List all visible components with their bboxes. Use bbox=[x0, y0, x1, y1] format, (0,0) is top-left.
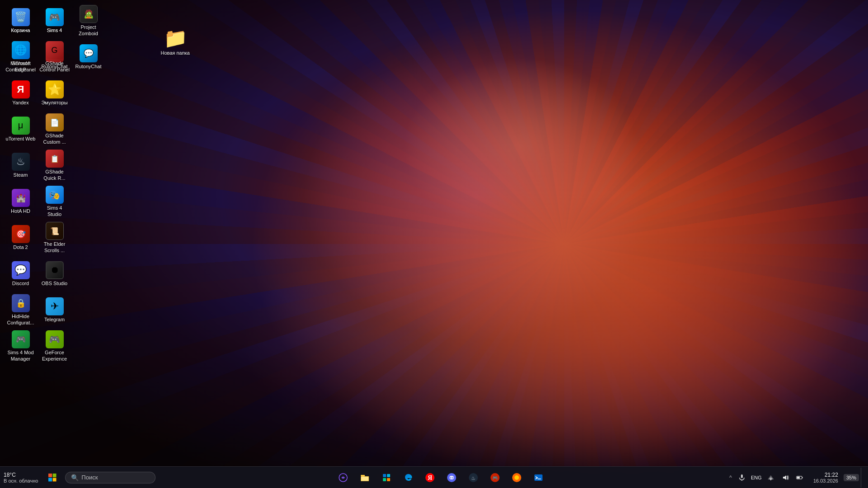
taskbar-app-red[interactable]: 🎮 bbox=[485, 468, 505, 488]
icon-hota[interactable]: 🏰 HotA HD bbox=[4, 184, 38, 219]
svg-rect-5 bbox=[361, 475, 365, 476]
icon-recycle[interactable]: 🗑️ Корзина bbox=[4, 4, 38, 38]
tray-battery[interactable] bbox=[793, 471, 806, 484]
icon-edge[interactable]: 🌐 Microsoft Edge bbox=[4, 40, 38, 74]
icon-obs[interactable]: ⏺ OBS Studio bbox=[38, 257, 71, 291]
taskbar-app-browser[interactable] bbox=[507, 468, 527, 488]
svg-rect-10 bbox=[383, 478, 386, 481]
start-button[interactable] bbox=[42, 467, 63, 488]
recycle-bin-icon: 🗑️ bbox=[12, 8, 30, 26]
store-icon bbox=[382, 473, 392, 483]
emulators-label: Эмуляторы bbox=[41, 100, 67, 106]
weather-desc: В осн. облачно bbox=[4, 478, 38, 483]
taskbar-app-explorer[interactable] bbox=[355, 468, 375, 488]
hidhide-icon: 🔒 bbox=[12, 294, 30, 312]
taskbar-right: ^ ENG bbox=[724, 468, 868, 488]
zomboid-icon: 🧟 bbox=[80, 5, 98, 23]
taskbar-app-terminal[interactable] bbox=[528, 468, 548, 488]
svg-rect-11 bbox=[387, 478, 390, 481]
icon-dota2[interactable]: 🎯 Dota 2 bbox=[4, 221, 38, 255]
taskbar-search-bar[interactable]: 🔍 Поиск bbox=[65, 472, 156, 483]
steam-app-icon: ♨ bbox=[12, 153, 30, 171]
taskbar-app-edge[interactable] bbox=[398, 468, 418, 488]
desktop: 🗑️ Корзина 🎮 Sims 4 🌐 GShade Control Pan… bbox=[0, 0, 868, 466]
icon-yandex[interactable]: Я Yandex bbox=[4, 76, 38, 110]
language-text: ENG bbox=[751, 475, 762, 480]
svg-text:🎮: 🎮 bbox=[492, 475, 498, 481]
battery-icon bbox=[796, 474, 803, 481]
svg-rect-23 bbox=[534, 474, 542, 481]
desktop-folder[interactable]: 📁 Новая папка bbox=[158, 27, 192, 56]
svg-rect-25 bbox=[741, 474, 743, 478]
yandex-taskbar-icon: Я bbox=[425, 473, 435, 483]
weather-temp: 18°C bbox=[4, 472, 16, 478]
icon-elder-scrolls[interactable]: 📜 The Elder Scrolls ... bbox=[38, 221, 71, 255]
search-icon: 🔍 bbox=[71, 474, 79, 481]
icon-gshade-cp2[interactable]: G GShade Control Panel bbox=[38, 40, 71, 74]
icon-discord[interactable]: 💬 Discord bbox=[4, 257, 38, 291]
icon-gshade-custom[interactable]: 📄 GShade Custom ... bbox=[38, 112, 71, 146]
taskbar-app-discord[interactable] bbox=[442, 468, 462, 488]
svg-rect-0 bbox=[48, 474, 52, 477]
icon-sims4[interactable]: 🎮 Sims 4 bbox=[38, 4, 71, 38]
folder-icon-img: 📁 bbox=[164, 27, 187, 49]
icon-sims4-mod[interactable]: 🎮 Sims 4 Mod Manager bbox=[4, 329, 38, 363]
elder-scrolls-icon: 📜 bbox=[46, 222, 64, 240]
show-desktop-button[interactable] bbox=[861, 468, 864, 488]
svg-rect-1 bbox=[53, 474, 57, 477]
search-text: Поиск bbox=[81, 474, 98, 481]
svg-point-15 bbox=[450, 477, 451, 478]
icon-hidhide[interactable]: 🔒 HidHide Configurat... bbox=[4, 293, 38, 327]
windows-logo-icon bbox=[48, 474, 57, 482]
gshade-cp-label: GShade Control Panel bbox=[39, 61, 70, 72]
sims4-label: Sims 4 bbox=[47, 28, 62, 33]
icon-gshade-quick[interactable]: 📋 GShade Quick R... bbox=[38, 148, 71, 183]
taskbar-clock[interactable]: 21:22 16.03.2026 bbox=[810, 471, 842, 484]
taskbar-app-store[interactable] bbox=[377, 468, 396, 488]
icon-rutony[interactable]: 💬 RutonyChat bbox=[71, 40, 105, 74]
icon-project-zomboid[interactable]: 🧟 Project Zomboid bbox=[71, 4, 105, 38]
icon-sims4-studio[interactable]: 🎭 Sims 4 Studio bbox=[38, 184, 71, 219]
gshade-quick-icon: 📋 bbox=[46, 150, 64, 168]
icon-utorrent[interactable]: μ uTorrent Web bbox=[4, 112, 38, 146]
utorrent-icon: μ bbox=[12, 117, 30, 135]
utorrent-label: uTorrent Web bbox=[6, 136, 36, 142]
hota-icon: 🏰 bbox=[12, 189, 30, 207]
rutony-icon: 💬 bbox=[80, 44, 98, 62]
sims4-studio-icon: 🎭 bbox=[46, 186, 64, 204]
emulators-icon: ⭐ bbox=[46, 80, 64, 99]
taskbar: 18°C В осн. облачно 🔍 Поиск bbox=[0, 466, 868, 488]
browser-icon bbox=[512, 473, 522, 483]
gshade-quick-label: GShade Quick R... bbox=[39, 169, 70, 181]
icon-geforce[interactable]: 🎮 GeForce Experience bbox=[38, 329, 71, 363]
copilot-icon bbox=[338, 473, 348, 483]
taskbar-app-steam[interactable]: ♨ bbox=[463, 468, 483, 488]
sims4-mod-icon: 🎮 bbox=[12, 330, 30, 348]
icon-emulators[interactable]: ⭐ Эмуляторы bbox=[38, 76, 71, 110]
clock-date: 16.03.2026 bbox=[813, 478, 838, 483]
tray-network[interactable] bbox=[764, 471, 777, 484]
brightness-badge[interactable]: 35% bbox=[844, 474, 859, 481]
sims4-app-icon: 🎮 bbox=[46, 8, 64, 26]
dota2-icon: 🎯 bbox=[12, 225, 30, 243]
svg-rect-29 bbox=[802, 477, 803, 478]
gshade-cp2-icon: G bbox=[46, 41, 64, 59]
taskbar-weather[interactable]: 18°C В осн. облачно bbox=[0, 471, 42, 484]
icon-steam[interactable]: ♨ Steam bbox=[4, 148, 38, 183]
explorer-icon bbox=[360, 473, 370, 483]
tray-mic[interactable] bbox=[736, 471, 748, 484]
tray-sound[interactable] bbox=[779, 471, 792, 484]
microphone-icon bbox=[738, 474, 745, 481]
sims4-studio-label: Sims 4 Studio bbox=[39, 205, 70, 217]
obs-label: OBS Studio bbox=[42, 281, 67, 286]
telegram-label: Telegram bbox=[44, 317, 65, 323]
sims4-mod-label: Sims 4 Mod Manager bbox=[5, 350, 36, 361]
icons-main: 🗑️ Корзина 🎮 Sims 4 🧟 Project Zomboid 🌐 … bbox=[0, 0, 109, 369]
svg-rect-3 bbox=[53, 478, 57, 481]
taskbar-app-yandex[interactable]: Я bbox=[420, 468, 440, 488]
tray-expand-chevron[interactable]: ^ bbox=[727, 473, 734, 483]
taskbar-app-ai[interactable] bbox=[333, 468, 353, 488]
icon-telegram[interactable]: ✈ Telegram bbox=[38, 293, 71, 327]
tray-language[interactable]: ENG bbox=[750, 471, 763, 484]
svg-point-22 bbox=[514, 475, 519, 480]
